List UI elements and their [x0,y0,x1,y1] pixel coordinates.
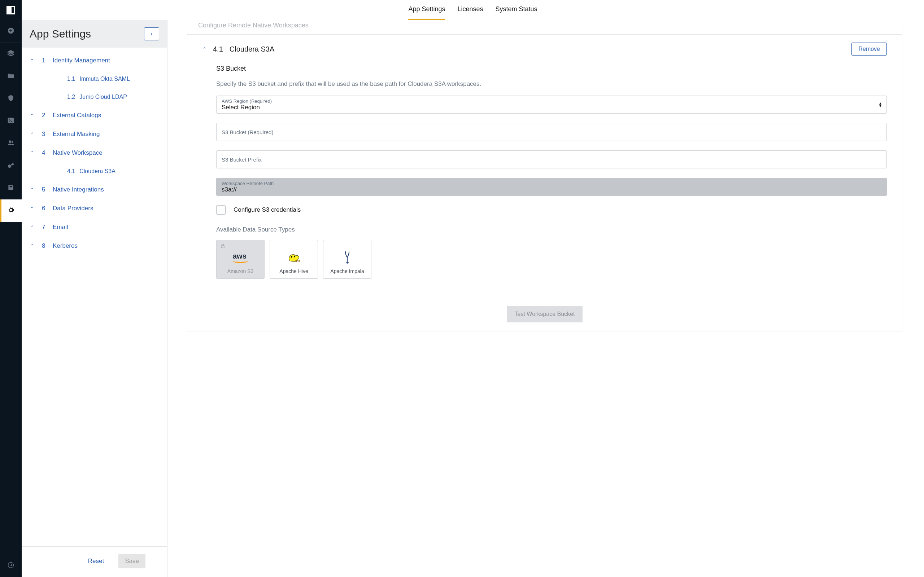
nav-settings[interactable] [0,200,22,222]
nav-users[interactable] [0,132,22,155]
sidebar-item-native-integrations[interactable]: ⌃ 5 Native Integrations [22,180,167,199]
section-number: 4.1 [213,45,223,53]
main-content: Configure Remote Native Workspaces ⌃ 4.1… [168,20,520,318]
nav-shield[interactable] [0,88,22,110]
section-label: Identity Management [53,57,110,64]
folder-icon [7,72,15,81]
sidebar-item-external-masking[interactable]: ⌃ 3 External Masking [22,125,167,143]
section-label: Immuta Okta SAML [79,76,130,82]
section-label: External Masking [53,131,100,138]
svg-rect-1 [8,118,14,122]
chevron-up-icon: ⌃ [30,150,34,155]
nav-terminal[interactable] [0,110,22,132]
workspace-remote-path-field: Workspace Remote Path s3a:// [216,178,520,196]
configure-s3-credentials-row: Configure S3 credentials [216,205,520,214]
field-value: Select Region [221,104,520,111]
nav-folder[interactable] [0,65,22,88]
svg-point-3 [11,141,13,143]
chevron-up-icon: ⌃ [30,225,34,230]
section-number: 1.1 [67,76,75,82]
nav-key[interactable] [0,155,22,177]
section-number: 5 [42,186,47,193]
section-number: 8 [42,242,47,250]
nav-layers[interactable] [0,43,22,65]
sidebar-title: App Settings [30,28,91,40]
section-number: 7 [42,224,47,231]
sidebar-header: App Settings ‹ [22,20,167,48]
s3-bucket-heading: S3 Bucket [216,65,520,73]
nav-rail [0,0,22,318]
svg-point-4 [8,164,11,168]
section-number: 3 [42,131,47,138]
field-label: Workspace Remote Path [221,181,520,186]
nav-save[interactable] [0,177,22,200]
shield-icon [7,94,15,103]
s3-bucket-prefix-input[interactable]: S3 Bucket Prefix [216,150,520,168]
sidebar-item-external-catalogs[interactable]: ⌃ 2 External Catalogs [22,106,167,125]
section-number: 1 [42,57,47,64]
data-source-types-heading: Available Data Source Types [216,226,520,233]
top-tabs: App Settings Licenses System Status [22,0,520,20]
checkbox-label: Configure S3 credentials [234,206,300,213]
chevron-up-icon: ⌃ [30,132,34,137]
plus-circle-icon [7,27,15,36]
section-number: 6 [42,205,47,212]
configure-s3-credentials-checkbox[interactable] [216,205,226,214]
chevron-up-icon: ⌃ [30,206,34,211]
section-label: Kerberos [53,242,78,250]
users-icon [6,139,15,148]
settings-sidebar: App Settings ‹ ⌃ 1 Identity Management 1… [22,20,168,318]
section-number: 2 [42,112,47,119]
save-icon [7,184,15,193]
section-title: Cloudera S3A [229,45,275,53]
sidebar-item-email[interactable]: ⌃ 7 Email [22,218,167,237]
section-label: Email [53,224,68,231]
section-label: Native Integrations [53,186,104,193]
field-value: s3a:// [221,186,520,193]
chevron-up-icon: ⌃ [30,113,34,118]
data-source-amazon-s3: aws Amazon S3 [216,240,265,279]
nav-add[interactable] [0,20,22,43]
data-source-label: Amazon S3 [228,268,254,274]
section-number: 4 [42,149,47,156]
sidebar-item-cloudera-s3a[interactable]: 4.1 Cloudera S3A [22,162,167,180]
tab-system-status[interactable]: System Status [496,0,520,20]
aws-region-select[interactable]: AWS Region (Required) Select Region ▴▾ [216,95,520,114]
svg-point-8 [294,256,295,258]
section-label: Jump Cloud LDAP [79,94,127,100]
sidebar-item-kerberos[interactable]: ⌃ 8 Kerberos [22,237,167,255]
tab-app-settings[interactable]: App Settings [408,0,445,20]
sidebar-item-immuta-okta-saml[interactable]: 1.1 Immuta Okta SAML [22,70,167,88]
lock-open-icon [220,243,225,250]
section-label: Data Providers [53,205,93,212]
chevron-left-icon: ‹ [150,31,152,37]
app-logo[interactable] [0,0,22,20]
impala-logo-icon [342,251,352,264]
data-source-apache-hive[interactable]: HIVE Apache Hive [270,240,318,279]
test-row: Test Workspace Bucket [187,297,520,318]
hive-logo-icon: HIVE [287,251,301,264]
data-source-label: Apache Impala [330,268,364,274]
field-label: S3 Bucket (Required) [221,129,520,135]
chevron-up-icon[interactable]: ⌃ [202,47,207,52]
data-source-types-grid: aws Amazon S3 HIVE Apache Hive Apache Im… [216,240,520,279]
sidebar-item-native-workspace[interactable]: ⌃ 4 Native Workspace [22,143,167,162]
key-icon [7,161,15,171]
svg-point-2 [9,140,11,143]
gear-icon [7,206,15,215]
previous-section-title: Configure Remote Native Workspaces [187,20,520,35]
aws-logo-icon: aws [233,251,248,264]
sidebar-item-data-providers[interactable]: ⌃ 6 Data Providers [22,199,167,218]
s3-bucket-input[interactable]: S3 Bucket (Required) [216,123,520,141]
section-label: External Catalogs [53,112,101,119]
tab-licenses[interactable]: Licenses [457,0,483,20]
sidebar-item-identity-management[interactable]: ⌃ 1 Identity Management [22,51,167,70]
field-label: AWS Region (Required) [221,98,520,104]
data-source-apache-impala[interactable]: Apache Impala [323,240,372,279]
chevron-up-icon: ⌃ [30,243,34,248]
sidebar-item-jump-cloud-ldap[interactable]: 1.2 Jump Cloud LDAP [22,88,167,106]
terminal-icon [7,117,15,126]
collapse-sidebar-button[interactable]: ‹ [144,27,159,40]
sidebar-list: ⌃ 1 Identity Management 1.1 Immuta Okta … [22,48,167,318]
chevron-up-icon: ⌃ [30,58,34,63]
